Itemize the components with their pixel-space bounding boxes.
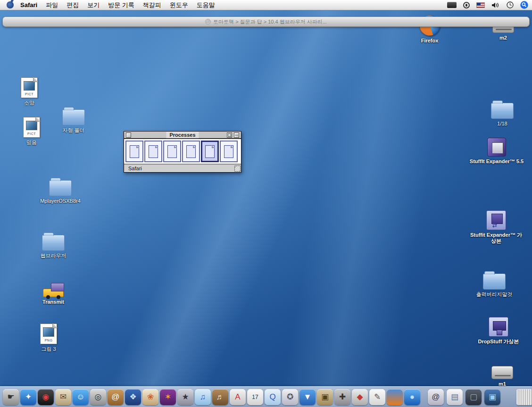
document-icon [186,145,196,158]
keyboard-layout-icon[interactable] [447,2,457,8]
menu-bookmarks[interactable]: 책갈피 [143,1,161,9]
desktop-icon-stuffit-expander[interactable]: StuffIt Expander™ 5.5 [466,138,527,165]
utilities-icon-glyph: ✚ [339,393,346,401]
apple-logo-icon[interactable]: ✪ [282,389,298,405]
dashboard-icon[interactable]: ◉ [38,389,54,405]
keychain-lock-icon-glyph: ◆ [357,393,363,401]
stamps-icon-glyph: ✉ [60,393,66,401]
desktop-icon-dropstuff-alias[interactable]: DropStuff 가상본 [473,317,524,345]
at-disc-icon[interactable]: @ [428,389,444,405]
appleworks-icon[interactable]: A [230,389,246,405]
garageband-icon[interactable]: ♬ [212,389,228,405]
keychain-lock-icon[interactable]: ◆ [352,389,368,405]
image-thumbnail [24,81,35,91]
processes-statusbar: Safari [124,164,241,172]
processes-window[interactable]: Processes Safari [124,131,241,173]
idvd-icon[interactable]: ✶ [160,389,176,405]
downloads-icon[interactable]: ▼ [299,389,316,405]
page-favicon-icon: @ [205,19,211,25]
process-item-5-selected[interactable] [201,141,219,162]
quicktime-icon-glyph: Q [269,393,275,401]
menu-file[interactable]: 파일 [46,1,58,9]
icon-label: m2 [499,35,507,41]
process-item-1[interactable] [125,141,143,162]
desktop-icon-webbrowser-folder[interactable]: 웹브라우저 [31,231,76,259]
icon-label: 그림 3 [41,346,56,352]
desktop-icon-118-folder[interactable]: 1/18 [480,99,525,127]
zoom-box-icon[interactable] [227,133,232,138]
document-icon [130,145,139,158]
photos-icon-glyph: ❖ [129,393,136,401]
firefox-icon[interactable] [387,389,403,405]
process-item-4[interactable] [182,141,200,162]
menu-history[interactable]: 방문 기록 [108,1,134,9]
appleworks-icon-glyph: A [235,393,240,401]
icon-label: MplayerOSXB8r4 [40,198,81,204]
folder-icon [62,109,85,125]
imovie-icon[interactable]: ★ [177,389,193,405]
quicktime-icon[interactable]: Q [265,389,281,405]
garageband-icon-glyph: ♬ [216,393,224,401]
menu-window[interactable]: 윈도우 [170,1,188,9]
safari-icon[interactable]: ✦ [20,389,36,405]
menu-help[interactable]: 도움말 [197,1,215,9]
desktop-icon-stuffit-alias[interactable]: Stuffit Expander™ 가상본 [468,210,524,244]
processes-titlebar[interactable]: Processes [124,132,241,139]
icon-label: 1/18 [497,121,507,127]
process-item-3[interactable] [163,141,181,162]
icon-label: 출력버리지말것 [476,291,513,298]
screenshots-window-icon-glyph: ▤ [451,393,458,401]
imovie-icon-glyph: ★ [182,393,189,401]
ical-icon[interactable]: 17 [247,389,263,405]
desktop-icon-somang[interactable]: PICT 소망 [7,77,52,106]
menu-view[interactable]: 보기 [87,1,100,9]
process-item-6[interactable] [220,141,238,162]
safari-icon-glyph: ✦ [25,393,32,401]
icon-label: Firefox [421,38,439,44]
addressbook-icon[interactable]: @ [108,389,124,405]
installer-box-icon[interactable]: ▣ [317,389,333,405]
isight-camera-icon[interactable]: ◎ [90,389,106,405]
process-item-2[interactable] [144,141,162,162]
display-blue-icon[interactable]: ▣ [484,389,500,405]
input-mic-icon[interactable] [463,2,470,8]
textedit-icon[interactable]: ✎ [369,389,385,405]
clock-icon[interactable] [507,1,514,8]
desktop-icon-output-folder[interactable]: 출력버리지말것 [472,270,517,298]
menu-edit[interactable]: 편집 [66,1,79,9]
spotlight-icon[interactable] [520,1,528,9]
utilities-icon[interactable]: ✚ [334,389,350,405]
active-app-menu[interactable]: Safari [20,1,37,8]
volume-icon[interactable] [491,2,500,8]
collapsed-safari-window-titlebar[interactable]: @ 토마토맥 > 질문과 답 > 10.4 웹브라우저 사파리... [2,17,530,27]
desktop-icon-m1[interactable]: m1 [480,361,525,387]
document-icon [224,145,233,158]
camino-globe-icon[interactable]: ● [404,389,420,405]
desktop-icon-mideum[interactable]: PICT 믿음 [9,117,54,146]
desktop-icon-jahyeong-folder[interactable]: 자형 폴더 [51,106,96,133]
photos-icon[interactable]: ❖ [125,389,141,405]
idvd-icon-glyph: ✶ [165,393,171,401]
classic-hand-icon[interactable]: ☛ [3,389,19,405]
desktop-icon-mplayer-folder[interactable]: MplayerOSXB8r4 [38,176,83,204]
collapse-box-icon[interactable] [234,133,239,138]
desktop-icon-transmit[interactable]: Transmit [31,279,76,305]
file-type-badge: PICT [27,132,36,135]
screenshots-window-icon[interactable]: ▤ [447,389,463,405]
resize-grip-icon[interactable] [234,166,241,172]
itunes-icon[interactable]: ♫ [195,389,211,405]
trash-basket-icon[interactable] [516,389,532,405]
close-box-icon[interactable] [126,133,131,138]
display-dark-icon[interactable]: ▢ [466,389,482,405]
ichat-icon-glyph: ☺ [76,393,84,401]
process-list [124,139,241,164]
dashboard-icon-glyph: ◉ [42,393,50,401]
stamps-icon[interactable]: ✉ [55,389,71,405]
ichat-icon[interactable]: ☺ [73,389,89,405]
apple-menu-icon[interactable] [7,1,14,8]
image-thumbnail [43,327,54,337]
us-flag-icon[interactable] [476,2,485,8]
iphoto-icon[interactable]: ❀ [142,389,158,405]
desktop-icon-geurim3[interactable]: PNG 그림 3 [26,324,71,352]
disk-drive-icon [491,366,513,379]
